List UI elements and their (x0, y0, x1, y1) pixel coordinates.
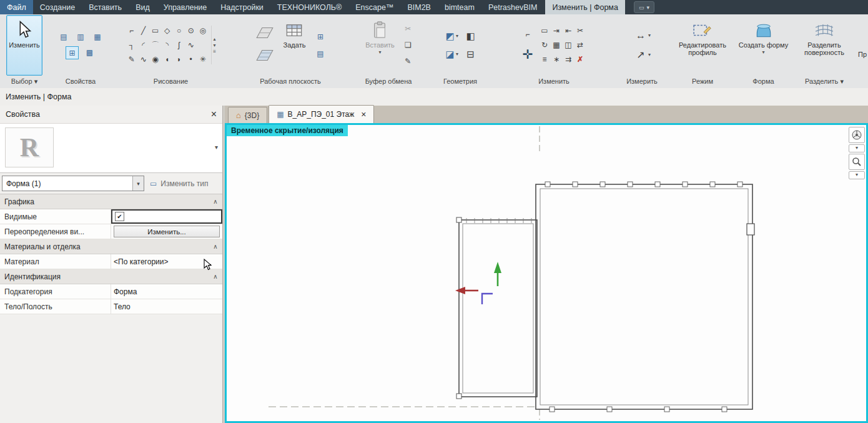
arc-tangent-icon[interactable]: ◝ (161, 39, 173, 51)
panel-slider-icon[interactable]: ≡ (213, 49, 216, 54)
extend-icon[interactable]: ⇉ (563, 54, 575, 66)
line-pick-icon[interactable]: ⌐ (126, 25, 137, 37)
chevron-down-icon[interactable]: ▾ (132, 176, 144, 191)
point-icon[interactable]: • (185, 54, 197, 66)
tab-bim2b[interactable]: BIM2B (400, 0, 438, 14)
group-label-properties[interactable]: Свойства (49, 76, 112, 87)
type-properties-icon[interactable]: ▩ (84, 46, 96, 58)
group-label-divide[interactable]: Разделить ▾ (793, 76, 856, 87)
scale-icon[interactable]: ∗ (551, 54, 563, 66)
edit-type-button[interactable]: ▭ Изменить тип (147, 176, 220, 191)
circumscribed-polygon-icon[interactable]: ⊙ (185, 25, 197, 37)
ellipse-icon[interactable]: ◉ (149, 54, 161, 66)
aligned-dimension-icon[interactable]: ↗ (633, 49, 648, 61)
tab-view[interactable]: Вид (129, 0, 157, 14)
freeform-spline-icon[interactable]: ∿ (137, 54, 149, 66)
offset-icon[interactable]: ▭ (539, 25, 551, 37)
pencil-icon[interactable]: ✎ (126, 54, 137, 66)
array-icon[interactable]: ▦ (551, 39, 563, 51)
tab-petrashevbim[interactable]: PetrashevBIM (481, 0, 545, 14)
tab-insert[interactable]: Вставить (82, 0, 129, 14)
properties-palette-icon[interactable]: ⊞ (66, 46, 79, 59)
chevron-down-icon[interactable]: ▾ (849, 171, 865, 179)
workplane-viewer-icon[interactable] (255, 47, 275, 65)
reference-point-icon[interactable]: ✳ (197, 54, 209, 66)
section-header-identity[interactable]: Идентификация ∧ (0, 269, 222, 284)
cut-icon[interactable]: ✂ (402, 23, 414, 35)
tab-modify-form-contextual[interactable]: Изменить | Форма (545, 0, 625, 14)
zoom-button[interactable] (849, 154, 865, 170)
draw-panel-scroll[interactable]: ▴ ▾ ≡ (211, 26, 216, 64)
demolish-icon[interactable]: ⊟ (465, 48, 476, 60)
tab-bimteam[interactable]: bimteam (438, 0, 481, 14)
chevron-down-icon[interactable]: ▾ (849, 144, 865, 152)
trim-icon[interactable]: ≡ (539, 54, 551, 66)
workplane-show-icon[interactable] (255, 25, 275, 42)
rectangle-icon[interactable]: ▭ (149, 25, 161, 37)
arc-start-end-icon[interactable]: ◜ (137, 39, 149, 51)
group-label-clipboard[interactable]: Буфер обмена (352, 76, 425, 87)
viewport[interactable]: Временное скрытие/изоляция (225, 123, 868, 423)
group-label-geometry[interactable]: Геометрия (425, 76, 495, 87)
half-ellipse-right-icon[interactable]: ◗ (173, 54, 185, 66)
show-workplane-icon[interactable]: ⊞ (314, 31, 326, 42)
gizmo-y-axis-arrow[interactable] (494, 262, 501, 286)
type-selector[interactable]: R ▾ (0, 123, 222, 173)
fillet-arc-icon[interactable]: ┐ (126, 39, 137, 51)
chevron-down-icon[interactable]: ▾ (456, 33, 458, 39)
group-label-select[interactable]: Выбор ▾ (0, 76, 49, 87)
tab-create[interactable]: Создание (33, 0, 82, 14)
split-icon[interactable]: ✂ (575, 25, 586, 37)
delete-icon[interactable]: ✗ (575, 54, 586, 66)
group-label-measure[interactable]: Измерить (613, 76, 671, 87)
floor-plan-canvas[interactable] (227, 125, 866, 421)
swap-icon[interactable]: ⇄ (575, 39, 586, 51)
close-tab-icon[interactable]: × (361, 110, 366, 119)
copy-icon[interactable]: ❏ (402, 39, 414, 51)
arc-center-icon[interactable]: ⌒ (149, 39, 161, 51)
divide-surface-button[interactable]: Разделить поверхность (793, 15, 856, 76)
tab-addins[interactable]: Надстройки (214, 0, 270, 14)
spline-points-icon[interactable]: ∿ (185, 39, 197, 51)
subcategory-value-field[interactable]: Форма (111, 284, 222, 299)
group-label-mode[interactable]: Режим (671, 76, 734, 87)
element-filter-dropdown[interactable]: Форма (1) ▾ (2, 176, 144, 191)
chevron-down-icon[interactable]: ▾ (215, 144, 218, 151)
move-left-icon[interactable]: ⇤ (563, 25, 575, 37)
chevron-down-icon[interactable]: ▾ (648, 52, 651, 57)
close-icon[interactable]: × (211, 109, 217, 119)
view-tab-3d[interactable]: ⌂ {3D} (228, 107, 267, 123)
move-icon[interactable]: ✛ (523, 47, 533, 62)
chevron-down-icon[interactable]: ▾ (456, 51, 458, 57)
circle-icon[interactable]: ○ (173, 25, 185, 37)
paste-button[interactable]: Вставить ▾ (363, 15, 397, 76)
polygon-icon[interactable]: ◇ (161, 25, 173, 37)
scroll-up-icon[interactable]: ▴ (213, 36, 215, 42)
group-label-form[interactable]: Форма (734, 76, 793, 87)
align-icon[interactable]: ⌐ (522, 29, 534, 41)
rotate-icon[interactable]: ↻ (539, 39, 551, 51)
steering-wheel-button[interactable] (849, 127, 865, 143)
section-header-materials[interactable]: Материалы и отделка ∧ (0, 239, 222, 254)
half-ellipse-left-icon[interactable]: ◖ (161, 54, 173, 66)
ribbon-display-toggle-button[interactable]: ▭ ▾ (634, 1, 654, 13)
collapse-icon[interactable]: ∧ (209, 194, 222, 209)
group-label-draw[interactable]: Рисование (112, 76, 229, 87)
tab-enscape[interactable]: Enscape™ (348, 0, 400, 14)
set-workplane-button[interactable]: Задать (281, 15, 308, 76)
line-icon[interactable]: ╱ (137, 25, 149, 37)
building-outline-left[interactable] (456, 217, 537, 399)
match-type-icon[interactable]: ✎ (402, 56, 414, 67)
section-header-graphics[interactable]: Графика ∧ (0, 194, 222, 209)
mirror-icon[interactable]: ◫ (563, 39, 575, 51)
measure-icon[interactable]: ↔ (633, 29, 648, 41)
paint-icon[interactable]: ◧ (465, 30, 476, 42)
family-parameters-icon[interactable]: ▦ (92, 31, 104, 42)
group-label-modify[interactable]: Изменить (495, 76, 613, 87)
cut-geometry-icon[interactable]: ◩ (444, 30, 456, 42)
visible-checkbox[interactable]: ✔ (115, 212, 124, 221)
tab-manage[interactable]: Управление (157, 0, 214, 14)
spline-icon[interactable]: ʃ (173, 39, 185, 51)
tab-technonicol[interactable]: ТЕХНОНИКОЛЬ® (270, 0, 348, 14)
modify-button[interactable]: Изменить (6, 15, 42, 76)
